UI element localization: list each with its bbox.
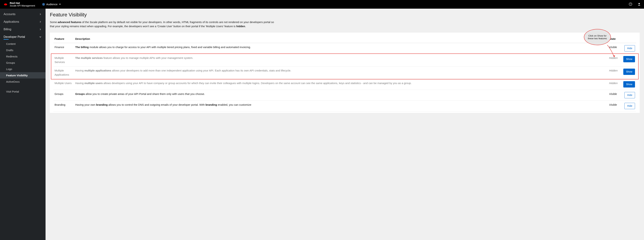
chevron-down-icon [59,3,61,6]
nav-developer-portal[interactable]: Developer Portal [0,33,46,41]
feature-state: Hidden [608,66,621,79]
feature-description: The billing module allows you to charge … [74,43,608,54]
nav-label: Developer Portal [4,35,25,38]
show-button[interactable]: Show [623,68,635,75]
show-button[interactable]: Show [623,81,635,88]
table-row: GroupsGroups allow you to create private… [54,90,636,101]
sidebar-item-feature-visibility[interactable]: Feature Visibility [0,72,46,78]
feature-state: Visible [608,101,621,112]
hide-button[interactable]: Hide [624,92,635,98]
page-title: Feature Visibility [50,12,640,18]
table-row: Multiple ApplicationsHaving multiple app… [54,66,636,79]
hide-button[interactable]: Hide [624,45,635,52]
table-row: Multiple UsersHaving multiple users allo… [54,79,636,90]
sidebar-item-logo[interactable]: Logo [0,66,46,72]
intro-text: Some [50,20,58,24]
sidebar-item-activedocs[interactable]: ActiveDocs [0,78,46,85]
sidebar-item-groups[interactable]: Groups [0,60,46,66]
feature-action-cell: Show [621,79,636,90]
svg-text:?: ? [630,3,631,5]
audience-switcher[interactable]: Audience [42,3,61,6]
feature-name: Multiple Users [54,79,74,90]
sidebar-item-content[interactable]: Content [0,41,46,47]
nav-item-applications[interactable]: Applications [0,18,46,26]
page-intro: Some advanced features of the 3scale pla… [50,20,277,28]
nav-label: Applications [4,20,19,24]
sidebar-item-drafts[interactable]: Drafts [0,47,46,53]
feature-action-cell: Show [621,54,636,66]
sidebar-visit-portal[interactable]: Visit Portal [0,88,46,95]
feature-name: Multiple Applications [54,66,74,79]
feature-name: Multiple Services [54,54,74,66]
table-row: BrandingHaving your own branding allows … [54,101,636,112]
col-state: State [608,36,636,43]
feature-description: Having multiple applications allows your… [74,66,608,79]
col-feature: Feature [54,36,74,43]
feature-action-cell: Show [621,66,636,79]
svg-point-4 [638,3,640,4]
brand: Red Hat 3scale API Management [3,2,35,7]
feature-state: Visible [608,90,621,101]
feature-name: Finance [54,43,74,54]
redhat-logo-icon [3,2,8,6]
chevron-down-icon [40,35,41,38]
feature-description: Having multiple users allows developers … [74,79,608,90]
nav-item-accounts[interactable]: Accounts [0,10,46,18]
brand-product: 3scale API Management [10,4,35,7]
chevron-right-icon [40,28,41,31]
topbar: Red Hat 3scale API Management Audience ? [0,0,644,9]
feature-action-cell: Hide [621,90,636,101]
show-button[interactable]: Show [623,56,635,62]
annotation-callout: Click on Show for these two features [584,29,611,45]
hide-button[interactable]: Hide [624,103,635,109]
intro-text: . [245,25,246,28]
annotation-pointer-icon [606,44,616,58]
feature-state: Hidden [608,79,621,90]
feature-action-cell: Hide [621,43,636,54]
content-area: Feature Visibility Some advanced feature… [46,9,644,240]
features-table: Feature Description State FinanceThe bil… [54,36,636,112]
audience-label: Audience [46,3,58,6]
brand-name: Red Hat [10,2,35,5]
sidebar: AccountsApplicationsBilling Developer Po… [0,9,46,240]
chevron-right-icon [40,12,41,16]
feature-description: Groups allow you to create private areas… [74,90,608,101]
nav-label: Billing [4,28,11,31]
features-panel: Click on Show for these two features Fea… [50,32,640,113]
col-description: Description [74,36,608,43]
nav-item-billing[interactable]: Billing [0,26,46,33]
radio-selected-icon [42,3,45,6]
sidebar-item-redirects[interactable]: Redirects [0,53,46,60]
feature-action-cell: Hide [621,101,636,112]
table-row: Multiple ServicesThe multiple services f… [54,54,636,66]
help-icon[interactable]: ? [629,2,632,6]
topbar-left: Red Hat 3scale API Management Audience [3,2,61,7]
feature-description: The multiple services feature allows you… [74,54,608,66]
nav-label: Accounts [4,12,16,16]
intro-bold: advanced features [58,20,81,24]
user-icon[interactable] [638,2,641,6]
feature-name: Groups [54,90,74,101]
table-row: FinanceThe billing module allows you to … [54,43,636,54]
intro-bold: hidden [236,25,245,28]
feature-name: Branding [54,101,74,112]
annotation-text: Click on Show for these two features [586,34,609,40]
svg-point-1 [4,4,7,6]
topbar-right: ? [629,2,641,6]
feature-description: Having your own branding allows you to c… [74,101,608,112]
chevron-right-icon [40,20,41,24]
